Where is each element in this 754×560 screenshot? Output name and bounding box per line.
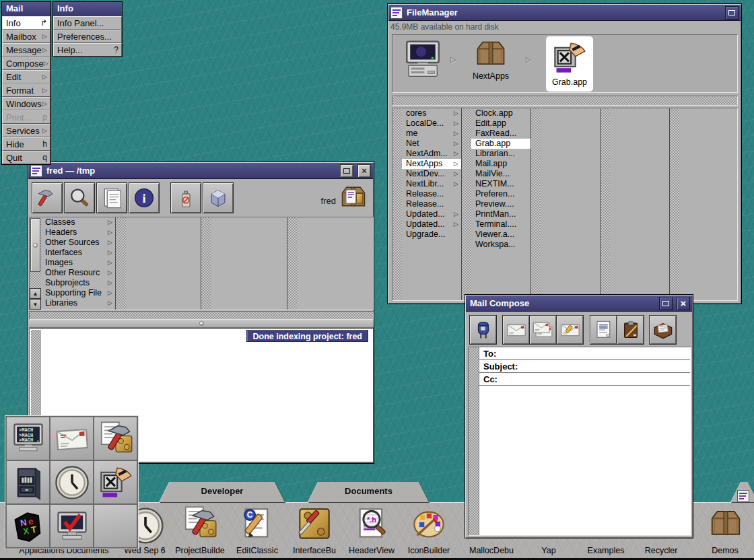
scroll-up-button[interactable]: ▲: [30, 288, 41, 299]
grid-mail-icon[interactable]: [50, 417, 93, 460]
message-body[interactable]: [479, 386, 690, 534]
menu-item-format[interactable]: Format▷: [2, 83, 50, 97]
file-item[interactable]: LocalDe...▷: [402, 118, 461, 129]
grab-app-shelf-item[interactable]: Grab.app: [546, 36, 593, 92]
file-item[interactable]: Preferen...: [471, 189, 530, 199]
grid-grab-icon[interactable]: [94, 461, 137, 503]
deliver-button[interactable]: [469, 315, 497, 345]
menu-item-edit[interactable]: Edit▷: [2, 70, 50, 83]
fred-titlebar[interactable]: fred — /tmp ×: [28, 163, 373, 179]
tab-partial-right[interactable]: [731, 482, 754, 502]
letter-button[interactable]: [590, 315, 617, 345]
column-scrollstrip[interactable]: [670, 108, 679, 300]
file-item[interactable]: Net▷: [402, 139, 461, 149]
compose-scrollstrip[interactable]: [469, 347, 479, 535]
file-item[interactable]: NextDev...▷: [402, 169, 461, 179]
file-item[interactable]: NextAdm...▷: [402, 149, 461, 159]
menu-item-windows[interactable]: Windows▷: [2, 97, 50, 110]
browser-item[interactable]: Classes▷: [41, 217, 115, 228]
file-item[interactable]: Terminal....: [471, 219, 530, 230]
scroll-down-button[interactable]: ▼: [30, 299, 41, 310]
grid-installer-icon[interactable]: [50, 505, 93, 547]
file-item[interactable]: MailVie...: [471, 169, 530, 179]
files-button[interactable]: [96, 182, 127, 213]
file-item[interactable]: Mail.app: [471, 159, 530, 169]
file-item[interactable]: Clock.app: [471, 108, 530, 118]
column-scrollstrip[interactable]: [462, 108, 471, 300]
file-item[interactable]: Release...: [402, 199, 461, 209]
build-button[interactable]: [32, 182, 63, 213]
dock-interfacebuilder-icon[interactable]: [297, 506, 332, 541]
mailboxes-button[interactable]: [529, 315, 557, 345]
column-scrollstrip[interactable]: [601, 108, 610, 300]
file-item-selected[interactable]: Grab.app: [471, 139, 530, 149]
pane-splitter[interactable]: [29, 320, 374, 328]
empty-column-scrollstrip[interactable]: [287, 217, 298, 310]
to-field[interactable]: To:: [479, 347, 690, 360]
file-item[interactable]: Updated...▷: [402, 219, 461, 230]
file-item-selected[interactable]: NextApps▷: [402, 159, 461, 169]
file-item[interactable]: Release...: [402, 189, 461, 199]
compose-button[interactable]: [556, 315, 584, 345]
miniaturize-button[interactable]: [340, 164, 353, 178]
cc-field[interactable]: Cc:: [479, 373, 690, 386]
grid-next-logo-icon[interactable]: NeXT: [7, 505, 49, 547]
grid-projectbuilder-icon[interactable]: [94, 417, 137, 460]
inspector-button[interactable]: i: [129, 182, 160, 213]
nextapps-folder-icon[interactable]: [472, 36, 510, 71]
file-item[interactable]: cores▷: [402, 108, 461, 118]
addresses-button[interactable]: [502, 315, 530, 345]
browser-item[interactable]: Headers▷: [41, 228, 115, 238]
find-button[interactable]: [64, 182, 95, 213]
file-item[interactable]: PrintMan...: [471, 209, 530, 219]
addressbook-button[interactable]: [649, 315, 677, 345]
scrollbar-knob[interactable]: [30, 218, 40, 272]
menu-item-print[interactable]: Print...p: [2, 110, 50, 124]
file-item[interactable]: Edit.app: [471, 118, 530, 129]
miniaturize-button[interactable]: [725, 6, 739, 20]
dock-projectbuilder-icon[interactable]: [182, 506, 217, 541]
file-item[interactable]: me▷: [402, 129, 461, 139]
browser-item[interactable]: Images▷: [41, 258, 115, 268]
column-scrollstrip[interactable]: [392, 108, 402, 300]
fred-scrollbar[interactable]: ▲ ▼: [30, 217, 41, 310]
menu-item-compose[interactable]: Compose▷: [2, 57, 50, 70]
file-item[interactable]: FaxRead...: [471, 129, 530, 139]
clipboard-button[interactable]: [617, 315, 644, 345]
menu-item-mailbox[interactable]: Mailbox▷: [2, 30, 50, 43]
file-item[interactable]: Librarian...: [471, 149, 530, 159]
dock-demos-icon[interactable]: [708, 505, 744, 542]
compose-titlebar[interactable]: Mail Compose ×: [466, 295, 692, 312]
file-item[interactable]: Viewer.a...: [471, 230, 530, 240]
grid-cabinet-icon[interactable]: [7, 461, 49, 503]
mail-menu-title[interactable]: Mail: [2, 2, 50, 16]
computer-icon[interactable]: [402, 39, 444, 79]
browser-item[interactable]: Other Sources▷: [41, 238, 115, 248]
browser-item[interactable]: Supporting File▷: [41, 288, 115, 298]
menu-item-help[interactable]: Help...?: [53, 43, 122, 57]
browser-item[interactable]: Subprojects▷: [41, 278, 115, 288]
dock-editclassic-icon[interactable]: C: [240, 506, 275, 541]
file-item[interactable]: Preview....: [471, 199, 530, 209]
project-briefcase-icon[interactable]: [339, 181, 368, 213]
browser-item[interactable]: Interfaces▷: [41, 248, 115, 258]
column-scrollstrip[interactable]: [531, 108, 541, 300]
menu-item-preferences[interactable]: Preferences...: [53, 30, 122, 43]
dock-iconbuilder-icon[interactable]: [411, 506, 446, 541]
empty-column-scrollstrip[interactable]: [116, 217, 126, 310]
menu-item-hide[interactable]: Hideh: [2, 137, 50, 151]
close-button[interactable]: ×: [677, 297, 690, 310]
close-button[interactable]: ×: [357, 164, 371, 178]
file-item[interactable]: Workspa...: [471, 240, 530, 250]
browser-item[interactable]: Libraries▷: [41, 298, 115, 308]
file-item[interactable]: Updated...▷: [402, 209, 461, 219]
miniaturize-button[interactable]: [659, 297, 673, 310]
tab-developer[interactable]: Developer: [160, 482, 285, 502]
menu-item-message[interactable]: Message▷: [2, 43, 50, 57]
menu-item-info-panel[interactable]: Info Panel...: [53, 16, 122, 30]
file-item[interactable]: NEXTIM...: [471, 179, 530, 189]
grid-terminal-icon[interactable]: >MACH>MACH>MACH: [7, 417, 49, 460]
grid-clock-icon[interactable]: [50, 461, 93, 503]
debug-button[interactable]: [203, 182, 234, 213]
tab-documents[interactable]: Documents: [308, 482, 429, 502]
